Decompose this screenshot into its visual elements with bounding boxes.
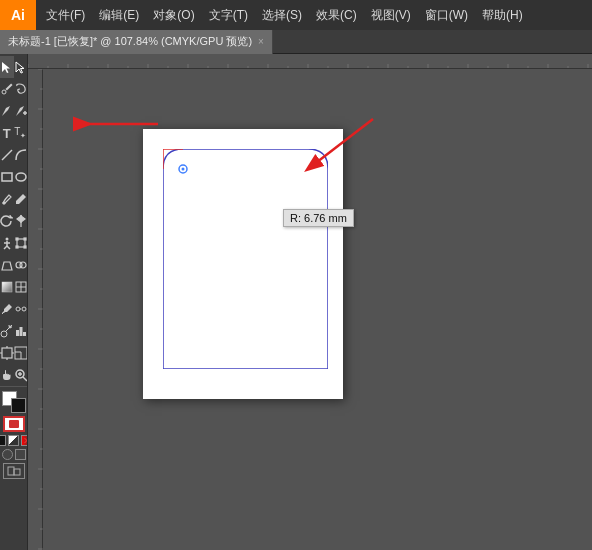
menu-select[interactable]: 选择(S) [256, 3, 308, 28]
tab-close-button[interactable]: × [258, 36, 264, 47]
menu-view[interactable]: 视图(V) [365, 3, 417, 28]
direct-selection-tool-button[interactable] [14, 56, 28, 78]
line-tool-button[interactable] [0, 144, 14, 166]
svg-line-17 [7, 246, 10, 249]
svg-rect-7 [2, 173, 12, 181]
selection-tool-group [0, 56, 27, 78]
hand-zoom-group [0, 364, 27, 386]
circle-icon-sm[interactable] [2, 449, 13, 460]
svg-rect-39 [16, 330, 19, 336]
none-swatch-small[interactable]: ✕ [21, 435, 28, 446]
main-area: T T✦ [0, 54, 592, 550]
menu-edit[interactable]: 编辑(E) [93, 3, 145, 28]
svg-point-3 [2, 90, 6, 94]
pen-tool-button[interactable] [0, 100, 14, 122]
eyedropper-group [0, 298, 27, 320]
touch-type-tool-button[interactable]: T✦ [14, 122, 28, 144]
color-swatch-group[interactable] [2, 391, 26, 413]
svg-point-25 [20, 262, 26, 268]
ai-logo: Ai [0, 0, 36, 30]
magic-lasso-group [0, 78, 27, 100]
vertical-ruler [28, 69, 43, 550]
canvas-workspace: R: 6.76 mm [43, 69, 592, 550]
arc-tool-button[interactable] [14, 144, 28, 166]
blend-tool-button[interactable] [14, 298, 28, 320]
svg-marker-0 [2, 62, 10, 73]
svg-marker-12 [21, 216, 25, 222]
menu-text[interactable]: 文字(T) [203, 3, 254, 28]
artboard-group [0, 342, 27, 364]
rect-group [0, 166, 27, 188]
ellipse-tool-button[interactable] [14, 166, 28, 188]
menu-file[interactable]: 文件(F) [40, 3, 91, 28]
black-swatch-small[interactable] [0, 435, 6, 446]
svg-marker-11 [17, 216, 21, 222]
free-transform-tool-button[interactable] [14, 232, 28, 254]
square-icon-sm[interactable] [15, 449, 26, 460]
svg-rect-40 [20, 327, 23, 336]
svg-rect-22 [24, 246, 26, 248]
menu-object[interactable]: 对象(O) [147, 3, 200, 28]
extra-icons [2, 449, 26, 460]
extra-tool-icon[interactable] [3, 463, 25, 479]
artboard [143, 129, 343, 399]
canvas-area: R: 6.76 mm [28, 54, 592, 550]
line-group [0, 144, 27, 166]
type-tool-button[interactable]: T [0, 122, 14, 144]
white-swatch-small[interactable] [8, 435, 19, 446]
svg-rect-21 [16, 246, 18, 248]
small-tool-icons: ✕ [0, 435, 28, 446]
tab-title: 未标题-1 [已恢复]* @ 107.84% (CMYK/GPU 预览) [8, 34, 252, 49]
menu-bar: 文件(F) 编辑(E) 对象(O) 文字(T) 选择(S) 效果(C) 视图(V… [36, 3, 533, 28]
gradient-tool-button[interactable] [0, 276, 14, 298]
menu-help[interactable]: 帮助(H) [476, 3, 529, 28]
eyedropper-tool-button[interactable] [0, 298, 14, 320]
magic-wand-tool-button[interactable] [0, 78, 14, 100]
shape-builder-tool-button[interactable] [14, 254, 28, 276]
svg-point-8 [16, 173, 26, 181]
radius-tooltip: R: 6.76 mm [283, 209, 354, 227]
svg-point-30 [16, 307, 20, 311]
stroke-swatch[interactable] [11, 398, 26, 413]
rotate-tool-button[interactable] [0, 210, 14, 232]
gradient-group [0, 276, 27, 298]
document-tab[interactable]: 未标题-1 [已恢复]* @ 107.84% (CMYK/GPU 预览) × [0, 30, 273, 54]
horizontal-ruler [28, 54, 592, 69]
mesh-tool-button[interactable] [14, 276, 28, 298]
svg-point-9 [3, 202, 5, 204]
tab-bar: 未标题-1 [已恢复]* @ 107.84% (CMYK/GPU 预览) × [0, 30, 592, 54]
pencil-tool-button[interactable] [14, 188, 28, 210]
column-chart-tool-button[interactable] [14, 320, 28, 342]
svg-line-16 [4, 246, 7, 249]
svg-rect-54 [8, 467, 14, 475]
svg-point-33 [1, 331, 7, 337]
paintbrush-tool-button[interactable] [0, 188, 14, 210]
perspective-tool-button[interactable] [0, 254, 14, 276]
add-anchor-tool-button[interactable] [14, 100, 28, 122]
svg-rect-19 [16, 238, 18, 240]
svg-rect-41 [23, 332, 26, 336]
svg-point-31 [22, 307, 26, 311]
reflect-tool-button[interactable] [14, 210, 28, 232]
symbol-sprayer-tool-button[interactable] [0, 320, 14, 342]
lasso-tool-button[interactable] [14, 78, 28, 100]
svg-point-13 [6, 238, 9, 241]
hand-tool-button[interactable] [0, 364, 14, 386]
svg-rect-55 [14, 469, 20, 475]
svg-point-35 [9, 326, 11, 328]
selection-tool-button[interactable] [0, 56, 14, 78]
artboard-tool-button[interactable] [0, 342, 14, 364]
menu-window[interactable]: 窗口(W) [419, 3, 474, 28]
svg-rect-20 [24, 238, 26, 240]
puppet-group [0, 232, 27, 254]
symbol-group [0, 320, 27, 342]
rounded-rect-shape [163, 149, 328, 369]
rect-tool-button[interactable] [0, 166, 14, 188]
menu-effect[interactable]: 效果(C) [310, 3, 363, 28]
puppet-tool-button[interactable] [0, 232, 14, 254]
canvas-body: R: 6.76 mm [28, 69, 592, 550]
slice-tool-button[interactable] [14, 342, 28, 364]
type-group: T T✦ [0, 122, 27, 144]
svg-rect-56 [28, 54, 592, 69]
zoom-tool-button[interactable] [14, 364, 28, 386]
